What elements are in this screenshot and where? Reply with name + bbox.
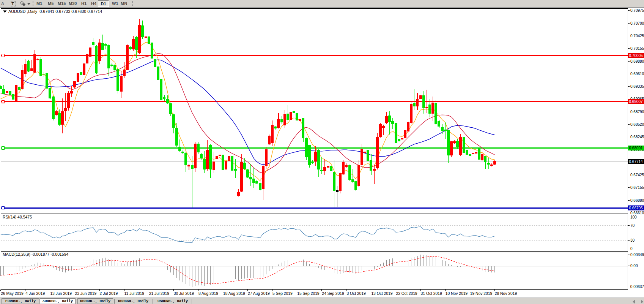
svg-text:70: 70 bbox=[630, 223, 635, 228]
svg-text:23 Jun 2019: 23 Jun 2019 bbox=[75, 291, 97, 296]
svg-text:RSI(14) 40.5475: RSI(14) 40.5475 bbox=[3, 215, 32, 219]
svg-text:5 Sep 2019: 5 Sep 2019 bbox=[272, 291, 293, 296]
svg-text:0.68790: 0.68790 bbox=[630, 110, 644, 114]
svg-text:24 Sep 2019: 24 Sep 2019 bbox=[322, 291, 344, 296]
svg-text:0.69335: 0.69335 bbox=[630, 84, 644, 89]
svg-text:28 Nov 2019: 28 Nov 2019 bbox=[495, 291, 517, 296]
svg-text:100: 100 bbox=[630, 215, 637, 219]
svg-text:0.67425: 0.67425 bbox=[630, 173, 644, 177]
svg-text:13 Jun 2019: 13 Jun 2019 bbox=[50, 291, 72, 296]
svg-text:-0.00637: -0.00637 bbox=[629, 285, 644, 289]
svg-text:0.00: 0.00 bbox=[630, 264, 638, 268]
svg-text:4 Jun 2019: 4 Jun 2019 bbox=[25, 291, 45, 296]
svg-text:30 Jul 2019: 30 Jul 2019 bbox=[174, 291, 194, 296]
svg-text:0.70975: 0.70975 bbox=[630, 8, 644, 13]
svg-text:10 Nov 2019: 10 Nov 2019 bbox=[446, 291, 468, 296]
svg-text:3 Oct 2019: 3 Oct 2019 bbox=[346, 291, 366, 296]
svg-text:AUDUSD-,Daily 0.67641 0.67733: AUDUSD-,Daily 0.67641 0.67733 0.67630 0.… bbox=[8, 9, 102, 14]
svg-text:8 Aug 2019: 8 Aug 2019 bbox=[198, 291, 218, 296]
svg-text:0.68520: 0.68520 bbox=[630, 122, 644, 127]
svg-text:0.69880: 0.69880 bbox=[630, 59, 644, 63]
svg-text:18 Aug 2019: 18 Aug 2019 bbox=[223, 291, 245, 296]
svg-text:MACD(12,26,9) -0.001877 -0.001: MACD(12,26,9) -0.001877 -0.001594 bbox=[3, 252, 69, 256]
svg-text:0.69610: 0.69610 bbox=[630, 72, 644, 76]
svg-text:11 Jul 2019: 11 Jul 2019 bbox=[124, 291, 145, 296]
svg-text:0.70700: 0.70700 bbox=[630, 21, 644, 25]
svg-text:0.68245: 0.68245 bbox=[630, 135, 644, 139]
svg-text:2 Jul 2019: 2 Jul 2019 bbox=[100, 291, 118, 296]
svg-text:30: 30 bbox=[630, 238, 635, 242]
svg-text:26 May 2019: 26 May 2019 bbox=[1, 291, 24, 296]
svg-text:0.69007: 0.69007 bbox=[629, 100, 643, 104]
svg-text:0.67714: 0.67714 bbox=[629, 160, 643, 164]
svg-text:0.68001: 0.68001 bbox=[629, 146, 643, 150]
svg-text:0.70155: 0.70155 bbox=[630, 46, 644, 51]
svg-text:0.67155: 0.67155 bbox=[630, 185, 644, 190]
svg-text:22 Oct 2019: 22 Oct 2019 bbox=[396, 291, 417, 296]
svg-text:27 Aug 2019: 27 Aug 2019 bbox=[248, 291, 270, 296]
svg-text:0.66705: 0.66705 bbox=[629, 206, 643, 210]
svg-text:21 Jul 2019: 21 Jul 2019 bbox=[149, 291, 170, 296]
svg-text:19 Nov 2019: 19 Nov 2019 bbox=[470, 291, 493, 296]
svg-text:0.00349: 0.00349 bbox=[630, 253, 644, 257]
svg-text:15 Sep 2019: 15 Sep 2019 bbox=[297, 291, 320, 296]
svg-text:0.70005: 0.70005 bbox=[629, 54, 643, 58]
svg-text:0: 0 bbox=[630, 247, 633, 251]
svg-text:0.66880: 0.66880 bbox=[630, 198, 644, 203]
svg-text:13 Oct 2019: 13 Oct 2019 bbox=[371, 291, 392, 296]
svg-text:0.66610: 0.66610 bbox=[630, 211, 644, 215]
svg-text:31 Oct 2019: 31 Oct 2019 bbox=[421, 291, 442, 296]
svg-text:0.70425: 0.70425 bbox=[630, 34, 644, 38]
